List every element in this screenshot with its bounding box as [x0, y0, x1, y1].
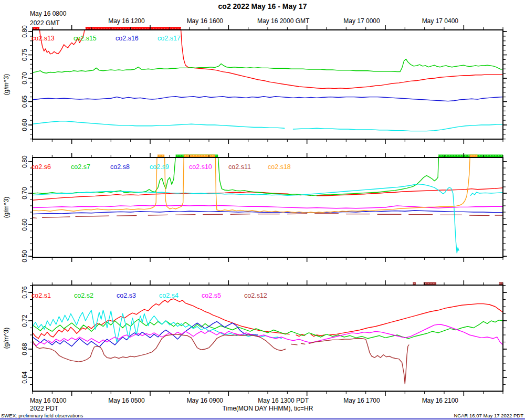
y-tick-label: 0.75 [21, 49, 28, 61]
legend-co2.s9: co2.s9 [150, 163, 169, 171]
series-co2.s18 [33, 155, 470, 213]
series-co2.s17 [33, 121, 503, 131]
y-tick-label: 0.80 [21, 25, 28, 38]
top-axis-tick-label: May 17 0400 [422, 17, 459, 25]
top-axis-tick-label: May 16 2000 GMT [257, 17, 310, 25]
y-tick-label: 0.60 [21, 119, 28, 131]
y-tick-label: 0.50 [21, 250, 28, 262]
legend-co2.s7: co2.s7 [71, 163, 90, 171]
bottom-axis-tick-label: May 16 2100 [422, 397, 459, 404]
y-tick-label: 0.65 [21, 96, 28, 108]
y-tick-label: 0.70 [21, 72, 28, 85]
top-axis-tick-label: May 17 0000 [343, 17, 380, 25]
legend-co2.s13: co2.s13 [32, 35, 55, 42]
series-co2.s7 [33, 155, 439, 195]
series-co2.s13 [39, 27, 503, 89]
legend-co2.s4: co2.s4 [159, 292, 178, 299]
series-co2.s15 [33, 59, 503, 74]
y-tick-label: 0.60 [21, 218, 28, 231]
bottom-axis-tick-label: May 16 0500 [108, 397, 145, 404]
y-tick-label: 0.76 [21, 286, 28, 299]
legend-co2.s18: co2.s18 [268, 163, 291, 171]
y-tick-label: 0.68 [21, 343, 28, 355]
footer-project-note: SWEX: preliminary field observations [1, 413, 83, 418]
legend-co2.s6: co2.s6 [32, 163, 51, 171]
legend-co2.s11: co2.s11 [228, 163, 251, 171]
series-co2.s11 [33, 214, 503, 218]
series-co2.s16 [33, 97, 503, 101]
bottom-axis-tick-label: May 16 1700 [343, 397, 380, 404]
top-axis-first-label: May 16 0800 [30, 10, 67, 17]
bottom-axis-year-label: 2022 PDT [30, 405, 59, 412]
y-tick-label: 0.70 [21, 187, 28, 200]
axis-ticks [28, 25, 507, 144]
series-co2.s12 [33, 334, 409, 384]
series-co2.s6 [33, 188, 503, 200]
panel-1: 0.600.650.700.750.80(g/m^3)co2.s13co2.s1… [3, 25, 507, 144]
series-co2.s4 [33, 310, 281, 342]
legend-co2.s5: co2.s5 [202, 292, 221, 299]
legend-co2.s15: co2.s15 [74, 35, 97, 42]
y-axis-label: (g/m^3) [3, 74, 10, 95]
x-axis-title: Time(MON DAY HHMM), tic=HR [223, 405, 313, 412]
footer-timestamp: NCAR 16:07 May 17 2022 PDT [454, 413, 523, 418]
panel-box [33, 285, 503, 391]
legend-co2.s10: co2.s10 [189, 163, 212, 171]
y-axis-label: (g/m^3) [3, 328, 10, 349]
top-time-axis-labels: May 16 08002022 GMTMay 16 1200May 16 160… [30, 10, 458, 27]
bottom-time-axis-labels: May 16 0100May 16 0500May 16 0900May 16 … [30, 397, 458, 412]
top-axis-tick-label: May 16 1200 [108, 17, 145, 25]
top-axis-tick-label: May 16 1600 [187, 17, 224, 25]
legend-co2.s1: co2.s1 [32, 292, 51, 299]
bottom-axis-tick-label: May 16 1300 PDT [258, 397, 309, 404]
legend-co2.s12: co2.s12 [244, 292, 267, 299]
bottom-axis-tick-label: May 16 0100 [30, 397, 67, 404]
series-co2.s8 [33, 211, 503, 214]
legend-co2.s17: co2.s17 [158, 35, 181, 42]
panel-box [33, 30, 503, 139]
panel-3: 0.640.680.720.76(g/m^3)co2.s1co2.s2co2.s… [3, 280, 507, 396]
panel-2: 0.500.600.700.80(g/m^3)co2.s6co2.s7co2.s… [3, 153, 507, 262]
top-axis-first-label-line2: 2022 GMT [30, 19, 60, 27]
y-tick-label: 0.80 [21, 155, 28, 168]
legend-co2.s8: co2.s8 [110, 163, 130, 171]
y-tick-label: 0.64 [21, 371, 28, 384]
legend-co2.s16: co2.s16 [116, 35, 139, 42]
series-co2.s9 [33, 184, 503, 253]
plot-canvas: 0.600.650.700.750.80(g/m^3)co2.s13co2.s1… [0, 0, 525, 420]
qc-plot-page: co2 2022 May 16 - May 17 0.600.650.700.7… [0, 0, 525, 420]
bottom-axis-tick-label: May 16 0900 [187, 397, 224, 404]
y-tick-label: 0.72 [21, 314, 28, 327]
legend-co2.s3: co2.s3 [117, 292, 136, 299]
axis-ticks [28, 280, 507, 396]
legend-co2.s2: co2.s2 [74, 292, 93, 299]
series-co2.s2 [33, 319, 503, 338]
footer-divider [0, 418, 525, 419]
y-axis-label: (g/m^3) [3, 197, 10, 218]
